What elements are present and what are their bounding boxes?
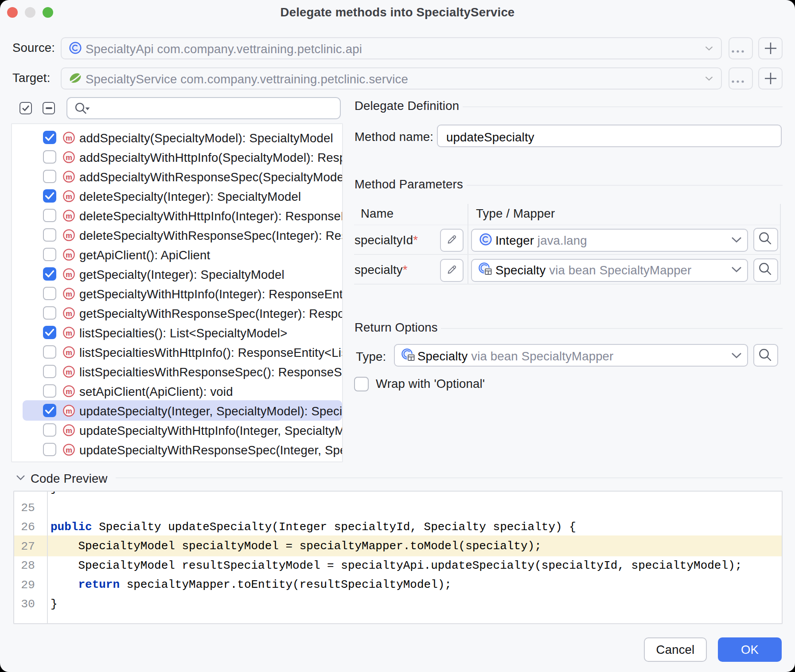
svg-text:m: m <box>66 289 72 297</box>
svg-text:m: m <box>66 231 72 239</box>
svg-text:m: m <box>66 387 72 395</box>
svg-text:m: m <box>66 348 72 356</box>
svg-text:m: m <box>66 211 72 219</box>
svg-text:m: m <box>66 309 72 317</box>
svg-text:m: m <box>66 328 72 336</box>
svg-text:m: m <box>66 445 72 453</box>
svg-text:m: m <box>66 133 72 141</box>
svg-text:m: m <box>66 406 72 414</box>
svg-text:m: m <box>66 367 72 375</box>
svg-text:m: m <box>66 172 72 180</box>
svg-text:m: m <box>66 426 72 434</box>
svg-text:m: m <box>66 270 72 278</box>
svg-text:m: m <box>66 192 72 200</box>
svg-text:m: m <box>66 250 72 258</box>
svg-text:m: m <box>66 153 72 161</box>
